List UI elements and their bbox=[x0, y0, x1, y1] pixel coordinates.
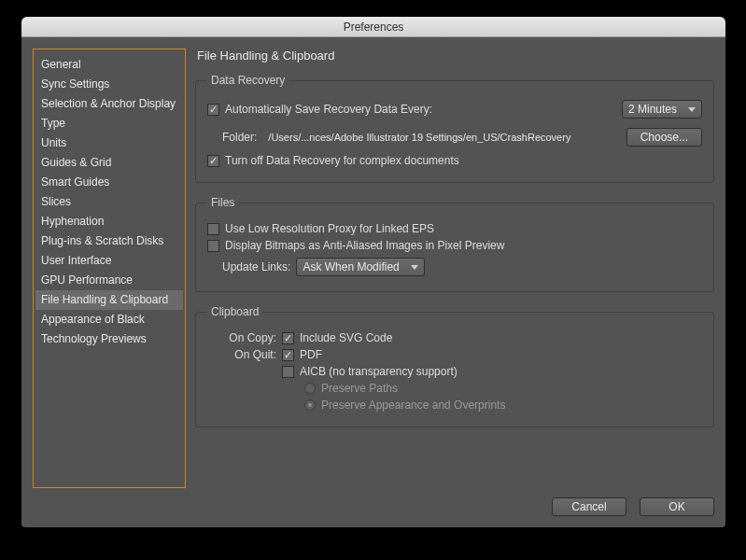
checkbox-turn-off-complex[interactable] bbox=[207, 155, 219, 167]
on-quit-label: On Quit: bbox=[207, 348, 276, 361]
group-clipboard: Clipboard On Copy: Include SVG Code On Q… bbox=[195, 305, 714, 427]
group-data-recovery: Data Recovery Automatically Save Recover… bbox=[195, 74, 714, 183]
sidebar-item[interactable]: Appearance of Black bbox=[35, 310, 183, 329]
preferences-window: Preferences GeneralSync SettingsSelectio… bbox=[21, 17, 725, 527]
sidebar-item[interactable]: Smart Guides bbox=[35, 173, 183, 192]
sidebar-item[interactable]: Hyphenation bbox=[35, 212, 183, 231]
content: GeneralSync SettingsSelection & Anchor D… bbox=[21, 37, 725, 497]
select-recovery-interval-value: 2 Minutes bbox=[628, 103, 677, 116]
sidebar-item[interactable]: Technology Previews bbox=[35, 329, 183, 349]
choose-folder-button[interactable]: Choose... bbox=[626, 128, 702, 147]
legend-clipboard: Clipboard bbox=[207, 305, 262, 318]
turn-off-label: Turn off Data Recovery for complex docum… bbox=[225, 154, 459, 167]
checkbox-aicb[interactable] bbox=[282, 366, 294, 378]
low-res-label: Use Low Resolution Proxy for Linked EPS bbox=[225, 222, 434, 235]
page-title: File Handling & Clipboard bbox=[195, 49, 714, 63]
dialog-buttons: Cancel OK bbox=[21, 497, 725, 527]
sidebar-item[interactable]: Sync Settings bbox=[35, 75, 183, 94]
sidebar-item[interactable]: Selection & Anchor Display bbox=[35, 94, 183, 114]
checkbox-bitmaps-aa[interactable] bbox=[207, 240, 219, 252]
preserve-paths-label: Preserve Paths bbox=[321, 382, 398, 395]
sidebar-item[interactable]: Guides & Grid bbox=[35, 153, 183, 173]
bitmaps-label: Display Bitmaps as Anti-Aliased Images i… bbox=[225, 239, 504, 252]
sidebar-item[interactable]: General bbox=[35, 55, 183, 75]
legend-data-recovery: Data Recovery bbox=[207, 74, 289, 87]
group-files: Files Use Low Resolution Proxy for Linke… bbox=[195, 196, 714, 292]
ok-button[interactable]: OK bbox=[640, 497, 714, 516]
aicb-label: AICB (no transparency support) bbox=[300, 365, 457, 378]
sidebar-item[interactable]: Units bbox=[35, 133, 183, 153]
pdf-label: PDF bbox=[300, 348, 322, 361]
main-panel: File Handling & Clipboard Data Recovery … bbox=[195, 49, 714, 488]
sidebar-item[interactable]: Type bbox=[35, 114, 183, 133]
on-copy-label: On Copy: bbox=[207, 331, 276, 344]
sidebar-item[interactable]: User Interface bbox=[35, 251, 183, 271]
radio-preserve-appearance bbox=[304, 399, 316, 411]
chevron-down-icon bbox=[411, 265, 418, 270]
svg-label: Include SVG Code bbox=[300, 331, 392, 344]
preserve-appearance-label: Preserve Appearance and Overprints bbox=[321, 399, 505, 412]
select-update-links-value: Ask When Modified bbox=[303, 260, 399, 273]
checkbox-svg[interactable] bbox=[282, 332, 294, 344]
sidebar-item[interactable]: Slices bbox=[35, 192, 183, 212]
checkbox-low-res-proxy[interactable] bbox=[207, 223, 219, 235]
sidebar-item[interactable]: File Handling & Clipboard bbox=[35, 290, 183, 310]
legend-files: Files bbox=[207, 196, 238, 209]
sidebar-item[interactable]: Plug-ins & Scratch Disks bbox=[35, 231, 183, 251]
sidebar: GeneralSync SettingsSelection & Anchor D… bbox=[33, 49, 186, 488]
window-title: Preferences bbox=[344, 21, 404, 34]
radio-preserve-paths bbox=[304, 383, 316, 394]
chevron-down-icon bbox=[688, 107, 696, 112]
checkbox-pdf[interactable] bbox=[282, 349, 294, 361]
cancel-button[interactable]: Cancel bbox=[552, 497, 626, 516]
titlebar: Preferences bbox=[21, 17, 725, 37]
select-update-links[interactable]: Ask When Modified bbox=[296, 258, 424, 276]
checkbox-auto-save[interactable] bbox=[207, 104, 219, 116]
sidebar-item[interactable]: GPU Performance bbox=[35, 271, 183, 290]
select-recovery-interval[interactable]: 2 Minutes bbox=[622, 100, 702, 119]
auto-save-label: Automatically Save Recovery Data Every: bbox=[225, 103, 432, 116]
update-links-label: Update Links: bbox=[222, 260, 290, 273]
folder-label: Folder: bbox=[222, 131, 257, 144]
folder-path: /Users/...nces/Adobe Illustrator 19 Sett… bbox=[268, 132, 570, 143]
